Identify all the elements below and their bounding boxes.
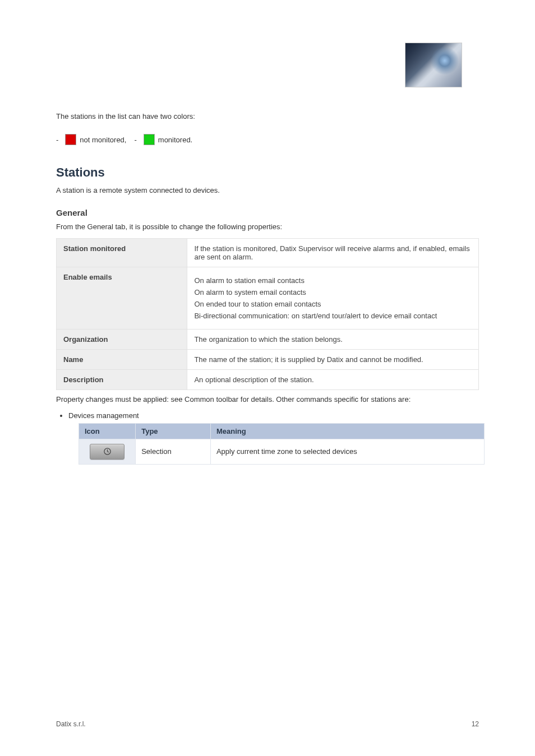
prop-key: Organization xyxy=(57,330,187,350)
icons-table: Icon Type Meaning Selection Apply curren… xyxy=(79,423,485,465)
clock-icon xyxy=(103,447,112,456)
apply-timezone-button[interactable] xyxy=(90,444,124,460)
general-intro: From the General tab, it is possible to … xyxy=(56,222,479,232)
table-row: Name The name of the station; it is supp… xyxy=(57,350,479,370)
subheading-general: General xyxy=(56,208,479,217)
section-title-stations: Stations xyxy=(56,165,479,180)
prop-key: Enable emails xyxy=(57,267,187,330)
table-row: Selection Apply current time zone to sel… xyxy=(79,439,485,464)
prop-key: Name xyxy=(57,350,187,370)
icon-cell xyxy=(79,439,136,464)
intro-text: The stations in the list can have two co… xyxy=(56,112,479,120)
legend-dash-1: - xyxy=(56,136,58,144)
prop-val: If the station is monitored, Datix Super… xyxy=(187,239,479,267)
swatch-red-label: not monitored, xyxy=(80,136,126,144)
swatch-red-icon xyxy=(65,134,76,145)
list-item: Devices management xyxy=(68,411,479,420)
swatch-green-label: monitored. xyxy=(158,136,192,144)
col-header-icon: Icon xyxy=(79,423,136,439)
properties-table: Station monitored If the station is moni… xyxy=(56,238,479,390)
footer-company: Datix s.r.l. xyxy=(56,720,86,728)
footer-page-number: 12 xyxy=(472,720,479,728)
document-page: The stations in the list can have two co… xyxy=(0,0,535,756)
prop-val: On alarm to station email contacts On al… xyxy=(187,267,479,330)
legend-dash-2: - xyxy=(134,136,136,144)
methods-intro: Property changes must be applied: see Co… xyxy=(56,395,479,405)
table-row: Description An optional description of t… xyxy=(57,370,479,390)
col-header-meaning: Meaning xyxy=(210,423,484,439)
section-opening: A station is a remote system connected t… xyxy=(56,185,479,196)
prop-val: An optional description of the station. xyxy=(187,370,479,390)
table-row: Enable emails On alarm to station email … xyxy=(57,267,479,330)
brand-logo-graphic xyxy=(405,43,462,87)
prop-key: Station monitored xyxy=(57,239,187,267)
table-header-row: Icon Type Meaning xyxy=(79,423,485,439)
brand-logo xyxy=(405,43,462,87)
prop-val-item: Bi-directional communication: on start/e… xyxy=(194,312,472,320)
page-footer: Datix s.r.l. 12 xyxy=(56,720,479,728)
swatch-green-icon xyxy=(144,134,155,145)
prop-key: Description xyxy=(57,370,187,390)
methods-list: Devices management xyxy=(68,411,479,420)
meaning-cell: Apply current time zone to selected devi… xyxy=(210,439,484,464)
prop-val: The name of the station; it is supplied … xyxy=(187,350,479,370)
table-row: Organization The organization to which t… xyxy=(57,330,479,350)
prop-val-item: On ended tour to station email contacts xyxy=(194,300,472,308)
prop-val-item: On alarm to system email contacts xyxy=(194,288,472,296)
prop-val-item: On alarm to station email contacts xyxy=(194,276,472,285)
col-header-type: Type xyxy=(136,423,211,439)
prop-val: The organization to which the station be… xyxy=(187,330,479,350)
type-cell: Selection xyxy=(136,439,211,464)
color-legend: - not monitored, - monitored. xyxy=(56,134,479,145)
table-row: Station monitored If the station is moni… xyxy=(57,239,479,267)
